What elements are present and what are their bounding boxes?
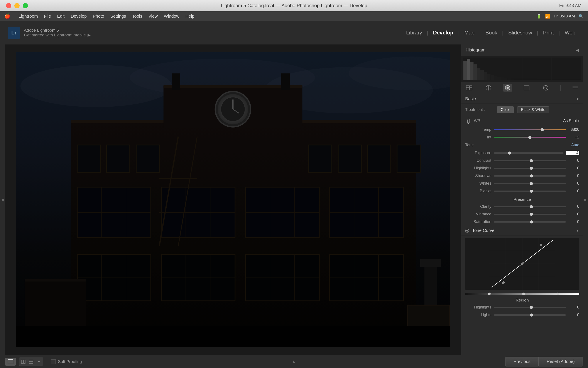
tone-curve-slider-strip bbox=[461, 292, 583, 296]
single-view-button[interactable] bbox=[5, 358, 16, 366]
blacks-slider-track[interactable] bbox=[494, 191, 566, 192]
right-panel-toggle[interactable]: ▶ bbox=[583, 45, 588, 355]
reset-adobe-button[interactable]: Reset (Adobe) bbox=[539, 357, 583, 367]
vibrance-slider-track[interactable] bbox=[494, 214, 566, 215]
contrast-slider-row: Contrast 0 bbox=[461, 157, 583, 164]
lights-region-track[interactable] bbox=[494, 314, 566, 316]
rectangle-icon[interactable] bbox=[522, 84, 531, 92]
svg-point-113 bbox=[521, 263, 524, 265]
grid-view-icon[interactable] bbox=[465, 84, 474, 92]
whites-slider-thumb[interactable] bbox=[530, 182, 533, 185]
tint-slider-thumb[interactable] bbox=[528, 136, 531, 139]
menu-settings[interactable]: Settings bbox=[107, 13, 129, 20]
lights-region-thumb[interactable] bbox=[530, 313, 533, 317]
basic-section-header[interactable]: Basic ▼ bbox=[461, 94, 583, 104]
search-icon[interactable]: 🔍 bbox=[579, 14, 584, 19]
vignette-icon[interactable] bbox=[541, 84, 550, 92]
lights-region-value: 0 bbox=[568, 313, 579, 317]
tone-curve-dot-icon bbox=[465, 229, 469, 233]
shadows-slider-track[interactable] bbox=[494, 175, 566, 177]
lr-subtitle-arrow[interactable]: ▶ bbox=[88, 33, 91, 37]
highlights-region-slider-row: Highlights 0 bbox=[461, 304, 583, 311]
color-button[interactable]: Color bbox=[497, 106, 514, 113]
nav-map[interactable]: Map bbox=[460, 28, 478, 37]
highlights-region-track[interactable] bbox=[494, 307, 566, 308]
exposure-slider-thumb[interactable] bbox=[508, 152, 511, 155]
clarity-slider-track[interactable] bbox=[494, 206, 566, 207]
compare-btn-3[interactable]: ▼ bbox=[35, 358, 43, 366]
close-button[interactable] bbox=[6, 3, 11, 8]
histogram-collapse-arrow[interactable]: ◀ bbox=[576, 48, 579, 53]
svg-rect-116 bbox=[21, 360, 23, 363]
nav-book[interactable]: Book bbox=[482, 28, 501, 37]
temp-slider-thumb[interactable] bbox=[541, 128, 544, 131]
lr-logo-info: Adobe Lightroom 5 Get started with Light… bbox=[24, 28, 91, 37]
contrast-slider-track[interactable] bbox=[494, 160, 566, 161]
bottom-action-buttons: Previous Reset (Adobe) bbox=[505, 357, 583, 367]
whites-slider-track[interactable] bbox=[494, 183, 566, 184]
exposure-value[interactable]: −4 bbox=[566, 151, 579, 155]
compare-btn-2[interactable] bbox=[27, 358, 35, 366]
presence-label: Presence bbox=[461, 195, 583, 203]
tone-curve-graph[interactable] bbox=[465, 238, 579, 290]
left-panel-toggle[interactable]: ◀ bbox=[0, 45, 5, 355]
highlights-region-thumb[interactable] bbox=[530, 306, 533, 309]
menu-develop[interactable]: Develop bbox=[68, 13, 90, 20]
bw-button[interactable]: Black & White bbox=[517, 106, 549, 113]
blacks-slider-thumb[interactable] bbox=[530, 190, 533, 193]
auto-tone-button[interactable]: Auto bbox=[571, 143, 579, 147]
previous-button[interactable]: Previous bbox=[505, 357, 539, 367]
saturation-slider-thumb[interactable] bbox=[530, 221, 533, 223]
shadows-slider-thumb[interactable] bbox=[530, 175, 533, 177]
nav-slideshow[interactable]: Slideshow bbox=[504, 28, 536, 37]
saturation-slider-track[interactable] bbox=[494, 221, 566, 223]
maximize-button[interactable] bbox=[23, 3, 28, 8]
curve-strip-thumb1[interactable] bbox=[488, 293, 491, 295]
contrast-value: 0 bbox=[568, 158, 579, 163]
blacks-value: 0 bbox=[568, 189, 579, 193]
minimize-button[interactable] bbox=[14, 3, 20, 8]
whites-slider-row: Whites 0 bbox=[461, 180, 583, 187]
crop-icon[interactable] bbox=[484, 84, 493, 92]
highlights-slider-thumb[interactable] bbox=[530, 167, 533, 170]
vibrance-slider-thumb[interactable] bbox=[530, 213, 533, 216]
menu-file[interactable]: File bbox=[41, 13, 54, 20]
menu-view[interactable]: View bbox=[145, 13, 161, 20]
clarity-slider-thumb[interactable] bbox=[530, 205, 533, 208]
dashes-icon[interactable] bbox=[570, 84, 580, 92]
contrast-slider-thumb[interactable] bbox=[530, 159, 533, 162]
menu-tools[interactable]: Tools bbox=[129, 13, 145, 20]
active-circle-icon[interactable] bbox=[503, 84, 512, 92]
histogram-header[interactable]: Histogram ◀ bbox=[461, 45, 583, 56]
temp-slider-track[interactable] bbox=[494, 129, 566, 130]
tone-curve-header[interactable]: Tone Curve ▼ bbox=[461, 226, 583, 235]
exposure-slider-track[interactable] bbox=[494, 152, 564, 154]
eyedropper-icon[interactable] bbox=[465, 118, 472, 124]
svg-point-97 bbox=[543, 85, 548, 90]
menu-lightroom[interactable]: Lightroom bbox=[16, 13, 41, 20]
right-panel: Histogram ◀ bbox=[461, 45, 583, 355]
wb-row: WB: As Shot ▾ bbox=[461, 116, 583, 126]
highlights-slider-track[interactable] bbox=[494, 168, 566, 169]
wb-value[interactable]: As Shot ▾ bbox=[563, 119, 579, 123]
nav-print[interactable]: Print bbox=[539, 28, 558, 37]
svg-rect-68 bbox=[467, 59, 470, 80]
compare-buttons: ▼ bbox=[19, 358, 43, 366]
nav-web[interactable]: Web bbox=[561, 28, 579, 37]
menu-edit[interactable]: Edit bbox=[54, 13, 68, 20]
nav-library[interactable]: Library bbox=[402, 28, 426, 37]
soft-proof-checkbox[interactable] bbox=[51, 359, 56, 364]
menu-window[interactable]: Window bbox=[161, 13, 182, 20]
svg-rect-71 bbox=[477, 68, 480, 80]
wb-dropdown-arrow-icon: ▾ bbox=[578, 119, 579, 122]
window-controls[interactable] bbox=[0, 3, 28, 8]
compare-btn-1[interactable] bbox=[19, 358, 27, 366]
curve-strip-thumb3[interactable] bbox=[556, 293, 559, 295]
nav-develop[interactable]: Develop bbox=[429, 28, 457, 37]
toolbar-chevron-up-icon[interactable]: ▲ bbox=[290, 358, 297, 365]
menu-help[interactable]: Help bbox=[182, 13, 197, 20]
menu-photo[interactable]: Photo bbox=[90, 13, 107, 20]
apple-menu[interactable]: 🍎 bbox=[4, 13, 10, 19]
tint-slider-track[interactable] bbox=[494, 137, 566, 138]
curve-strip-thumb2[interactable] bbox=[522, 293, 525, 295]
